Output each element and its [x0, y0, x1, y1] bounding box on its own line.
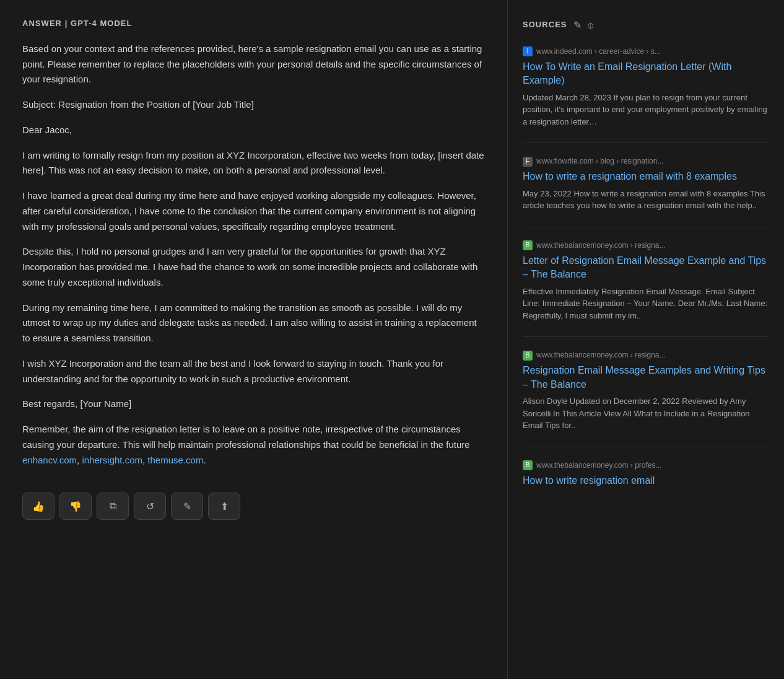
source-url-row-1: Fwww.flowrite.com › blog › resignation..… [523, 156, 769, 167]
edit-sources-icon[interactable]: ✎ [573, 17, 581, 33]
filter-sources-icon[interactable]: ⌽ [588, 17, 594, 33]
answer-panel: ANSWER | GPT-4 MODEL Based on your conte… [0, 0, 508, 679]
source-card-0: Iwww.indeed.com › career-advice › s...Ho… [523, 46, 769, 128]
refresh-button[interactable]: ↺ [134, 493, 166, 520]
source-card-3: Bwww.thebalancemoney.com › resigna...Res… [523, 349, 769, 431]
source-url-text-0: www.indeed.com › career-advice › s... [536, 46, 661, 58]
source-favicon-2: B [523, 240, 533, 250]
source-favicon-0: I [523, 46, 533, 56]
sources-panel: SOURCES ✎ ⌽ Iwww.indeed.com › career-adv… [508, 0, 784, 679]
answer-paragraph-4: I have learned a great deal during my ti… [22, 188, 485, 234]
sources-title: SOURCES [523, 19, 567, 32]
source-title-1[interactable]: How to write a resignation email with 8 … [523, 170, 769, 183]
answer-paragraph-1: Subject: Resignation from the Position o… [22, 97, 485, 113]
source-divider-2 [523, 336, 769, 337]
answer-paragraph-5: Despite this, I hold no personal grudges… [22, 244, 485, 290]
source-snippet-3: Alison Doyle Updated on December 2, 2022… [523, 395, 769, 432]
source-snippet-1: May 23, 2022 How to write a resignation … [523, 188, 769, 212]
source-title-3[interactable]: Resignation Email Message Examples and W… [523, 364, 769, 392]
thumbs-up-button[interactable]: 👍 [22, 493, 54, 520]
source-url-row-2: Bwww.thebalancemoney.com › resigna... [523, 240, 769, 252]
share-button[interactable]: ⬆ [208, 493, 240, 520]
source-url-text-1: www.flowrite.com › blog › resignation... [536, 156, 663, 167]
source-divider-0 [523, 142, 769, 143]
sources-list: Iwww.indeed.com › career-advice › s...Ho… [523, 46, 769, 488]
sources-header: SOURCES ✎ ⌽ [523, 17, 769, 33]
source-url-text-2: www.thebalancemoney.com › resigna... [536, 240, 666, 252]
source-title-2[interactable]: Letter of Resignation Email Message Exam… [523, 254, 769, 282]
source-card-1: Fwww.flowrite.com › blog › resignation..… [523, 156, 769, 212]
closing-link-0[interactable]: enhancv.com [22, 455, 77, 465]
source-url-text-4: www.thebalancemoney.com › profes... [536, 460, 662, 471]
answer-header: ANSWER | GPT-4 MODEL [22, 17, 485, 30]
answer-body: Based on your context and the references… [22, 42, 485, 468]
source-divider-3 [523, 447, 769, 447]
answer-closing: Remember, the aim of the resignation let… [22, 422, 485, 468]
source-title-4[interactable]: How to write resignation email [523, 474, 769, 488]
source-url-row-3: Bwww.thebalancemoney.com › resigna... [523, 349, 769, 361]
copy-button[interactable]: ⧉ [97, 493, 129, 520]
closing-link-2[interactable]: themuse.com [147, 455, 203, 465]
answer-paragraph-0: Based on your context and the references… [22, 42, 485, 87]
answer-paragraph-7: I wish XYZ Incorporation and the team al… [22, 356, 485, 387]
source-snippet-0: Updated March 28, 2023 If you plan to re… [523, 92, 769, 128]
thumbs-down-button[interactable]: 👎 [59, 493, 92, 520]
source-divider-1 [523, 227, 769, 227]
answer-paragraph-2: Dear Jacoc, [22, 123, 485, 138]
source-favicon-4: B [523, 460, 533, 470]
source-url-row-4: Bwww.thebalancemoney.com › profes... [523, 460, 769, 471]
source-url-text-3: www.thebalancemoney.com › resigna... [536, 349, 666, 361]
source-favicon-1: F [523, 157, 533, 167]
source-title-0[interactable]: How To Write an Email Resignation Letter… [523, 60, 769, 88]
source-snippet-2: Effective Immediately Resignation Email … [523, 286, 769, 322]
edit-button[interactable]: ✎ [171, 493, 203, 520]
answer-paragraph-6: During my remaining time here, I am comm… [22, 300, 485, 346]
closing-link-1[interactable]: inhersight.com [82, 455, 142, 465]
action-bar: 👍👎⧉↺✎⬆ [22, 483, 485, 520]
source-favicon-3: B [523, 351, 533, 361]
answer-paragraph-3: I am writing to formally resign from my … [22, 148, 485, 179]
source-card-2: Bwww.thebalancemoney.com › resigna...Let… [523, 240, 769, 322]
answer-paragraph-8: Best regards, [Your Name] [22, 396, 485, 412]
source-card-4: Bwww.thebalancemoney.com › profes...How … [523, 460, 769, 488]
source-url-row-0: Iwww.indeed.com › career-advice › s... [523, 46, 769, 58]
